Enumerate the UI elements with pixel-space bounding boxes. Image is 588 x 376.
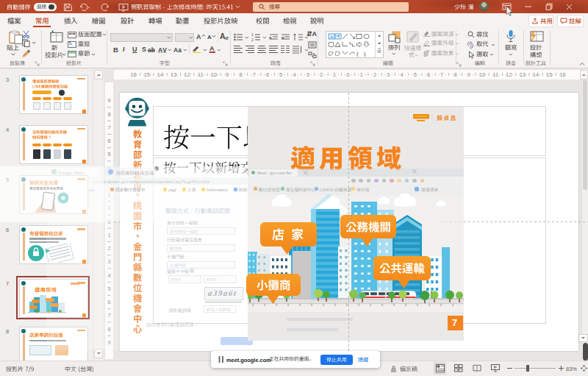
svg-text:16: 16	[130, 71, 136, 78]
svg-text:10: 10	[479, 71, 485, 78]
svg-text:2: 2	[373, 71, 376, 78]
svg-text:16: 16	[559, 71, 565, 78]
svg-text:14: 14	[533, 71, 539, 78]
svg-text:7: 7	[253, 71, 256, 78]
svg-text:13: 13	[171, 71, 176, 78]
svg-text:8: 8	[107, 111, 110, 118]
svg-text:8: 8	[453, 71, 456, 78]
svg-text:5: 5	[279, 71, 282, 78]
svg-text:15: 15	[144, 71, 150, 78]
svg-text:15: 15	[546, 71, 552, 78]
svg-text:8: 8	[239, 71, 242, 78]
svg-text:1: 1	[333, 71, 336, 78]
svg-text:11: 11	[492, 71, 498, 78]
svg-text:6: 6	[266, 71, 269, 78]
svg-text:7: 7	[440, 71, 443, 78]
svg-text:5: 5	[414, 71, 417, 78]
svg-text:7: 7	[107, 124, 110, 131]
svg-text:4: 4	[293, 71, 295, 78]
svg-text:9: 9	[226, 71, 229, 78]
svg-text:1: 1	[360, 71, 363, 78]
svg-text:12: 12	[506, 71, 512, 78]
svg-text:3: 3	[387, 71, 390, 78]
svg-text:6: 6	[427, 71, 430, 78]
svg-text:10: 10	[211, 71, 217, 78]
svg-text:14: 14	[157, 71, 163, 78]
svg-text:9: 9	[467, 71, 470, 78]
svg-text:2: 2	[320, 71, 323, 78]
svg-text:11: 11	[198, 71, 204, 78]
svg-text:0: 0	[346, 71, 349, 78]
svg-text:5: 5	[107, 151, 110, 157]
svg-text:3: 3	[306, 71, 309, 78]
svg-text:12: 12	[184, 71, 190, 78]
svg-text:6: 6	[107, 138, 110, 144]
svg-text:9: 9	[107, 97, 110, 104]
svg-text:13: 13	[520, 71, 526, 78]
svg-text:4: 4	[400, 71, 403, 78]
